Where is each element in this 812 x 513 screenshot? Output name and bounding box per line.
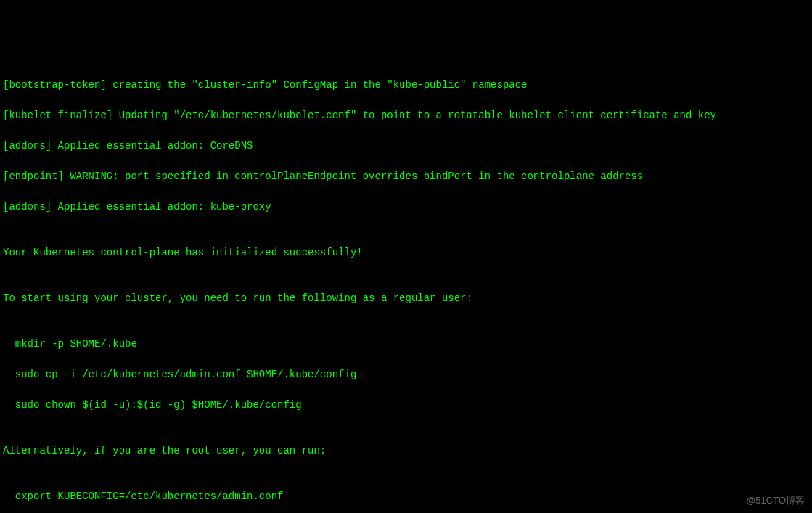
- terminal-line: [addons] Applied essential addon: kube-p…: [3, 200, 809, 215]
- terminal-line: sudo chown $(id -u):$(id -g) $HOME/.kube…: [3, 398, 809, 413]
- watermark-text: @51CTO博客: [746, 493, 805, 508]
- terminal-line: mkdir -p $HOME/.kube: [3, 337, 809, 352]
- terminal-line: [kubelet-finalize] Updating "/etc/kubern…: [3, 108, 809, 123]
- terminal-line: [addons] Applied essential addon: CoreDN…: [3, 139, 809, 154]
- terminal-line: To start using your cluster, you need to…: [3, 291, 809, 306]
- terminal-line: Your Kubernetes control-plane has initia…: [3, 245, 809, 260]
- terminal-output[interactable]: [bootstrap-token] creating the "cluster-…: [3, 62, 809, 513]
- terminal-line: [bootstrap-token] creating the "cluster-…: [3, 78, 809, 93]
- terminal-line: [endpoint] WARNING: port specified in co…: [3, 169, 809, 184]
- terminal-line: export KUBECONFIG=/etc/kubernetes/admin.…: [3, 489, 809, 504]
- terminal-line: Alternatively, if you are the root user,…: [3, 443, 809, 459]
- terminal-line: sudo cp -i /etc/kubernetes/admin.conf $H…: [3, 367, 809, 382]
